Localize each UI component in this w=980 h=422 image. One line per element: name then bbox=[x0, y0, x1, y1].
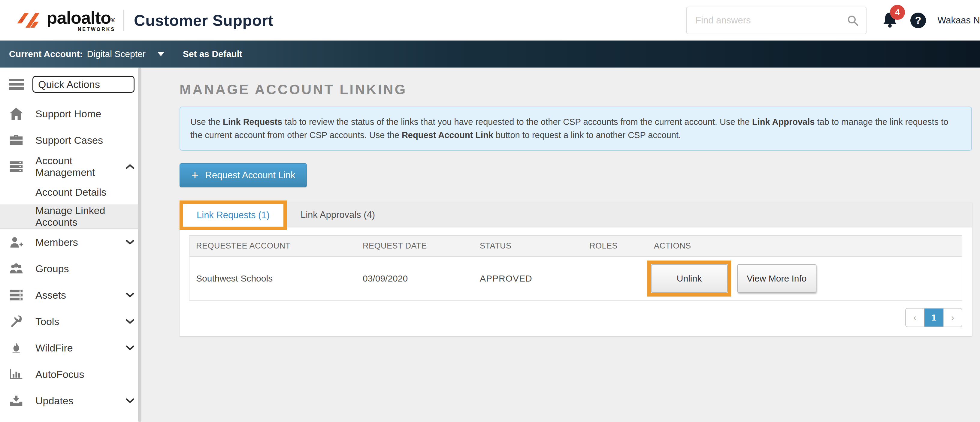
page-app-title: Customer Support bbox=[134, 11, 273, 29]
chevron-down-icon[interactable] bbox=[126, 345, 135, 351]
sidebar-item-groups[interactable]: Groups bbox=[0, 255, 142, 282]
chevron-down-icon[interactable] bbox=[126, 292, 135, 298]
tab-link-requests[interactable]: Link Requests (1) bbox=[183, 204, 283, 227]
current-account-label: Current Account: bbox=[9, 49, 83, 59]
bar-chart-icon bbox=[8, 367, 24, 381]
brand-sub: NETWORKS bbox=[78, 27, 115, 32]
main-content: MANAGE ACCOUNT LINKING Use the Link Requ… bbox=[142, 68, 980, 422]
chevron-down-icon[interactable] bbox=[126, 239, 135, 245]
wrench-icon bbox=[8, 314, 24, 328]
page-title: MANAGE ACCOUNT LINKING bbox=[180, 81, 972, 98]
table-row: Southwest Schools 03/09/2020 APPROVED Un… bbox=[189, 257, 962, 300]
sidebar-nav: Quick Actions Support Home Support Cases… bbox=[0, 68, 142, 422]
request-account-link-button[interactable]: + Request Account Link bbox=[180, 163, 307, 187]
link-requests-table: REQUESTEE ACCOUNT REQUEST DATE STATUS RO… bbox=[189, 235, 962, 301]
sidebar-item-wildfire[interactable]: WildFire bbox=[0, 335, 142, 361]
sidebar-item-tools[interactable]: Tools bbox=[0, 308, 142, 335]
sidebar-item-updates[interactable]: Updates bbox=[0, 387, 142, 414]
current-account-name[interactable]: Digital Scepter bbox=[87, 49, 146, 59]
tab-strip: Link Requests (1) Link Approvals (4) bbox=[180, 202, 972, 227]
account-dropdown-caret-icon[interactable] bbox=[158, 52, 164, 56]
chevron-down-icon[interactable] bbox=[126, 319, 135, 324]
info-banner: Use the Link Requests tab to review the … bbox=[180, 106, 972, 151]
chevron-left-icon: ‹ bbox=[913, 313, 916, 323]
cell-status: APPROVED bbox=[473, 273, 583, 284]
download-icon bbox=[8, 393, 24, 408]
current-account-bar: Current Account: Digital Scepter Set as … bbox=[0, 41, 980, 68]
sidebar-item-autofocus[interactable]: AutoFocus bbox=[0, 361, 142, 387]
flame-icon bbox=[8, 341, 24, 355]
sidebar-item-support-cases[interactable]: Support Cases bbox=[0, 127, 142, 153]
cell-actions: Unlink View More Info bbox=[648, 260, 962, 297]
top-header: paloalto® NETWORKS Customer Support 4 ? … bbox=[0, 0, 980, 41]
annotation-highlight-unlink: Unlink bbox=[648, 260, 731, 297]
pagination-next-button[interactable]: › bbox=[943, 309, 962, 327]
col-request-date: REQUEST DATE bbox=[356, 241, 473, 251]
search-input[interactable] bbox=[695, 15, 847, 26]
quick-actions-button[interactable]: Quick Actions bbox=[32, 76, 135, 93]
home-icon bbox=[8, 106, 24, 121]
cell-request-date: 03/09/2020 bbox=[356, 273, 473, 284]
sidebar-item-manage-linked-accounts[interactable]: Manage Linked Accounts bbox=[0, 205, 142, 229]
person-add-icon bbox=[8, 235, 24, 249]
server-list-icon bbox=[8, 159, 24, 174]
chevron-up-icon[interactable] bbox=[126, 163, 135, 170]
sidebar-scrollbar[interactable] bbox=[138, 68, 142, 422]
sidebar-item-support-home[interactable]: Support Home bbox=[0, 100, 142, 127]
sidebar-item-members[interactable]: Members bbox=[0, 229, 142, 255]
help-icon[interactable]: ? bbox=[910, 13, 926, 28]
col-actions: ACTIONS bbox=[648, 241, 962, 251]
col-status: STATUS bbox=[473, 241, 583, 251]
search-icon[interactable] bbox=[847, 14, 859, 26]
view-more-info-button[interactable]: View More Info bbox=[737, 264, 816, 293]
chevron-right-icon: › bbox=[951, 313, 954, 323]
header-divider bbox=[123, 10, 124, 31]
table-header-row: REQUESTEE ACCOUNT REQUEST DATE STATUS RO… bbox=[189, 236, 962, 257]
cell-requestee-account: Southwest Schools bbox=[189, 273, 356, 284]
find-answers-search[interactable] bbox=[686, 6, 867, 34]
pagination-page-1[interactable]: 1 bbox=[924, 309, 943, 327]
tab-link-approvals[interactable]: Link Approvals (4) bbox=[287, 202, 389, 227]
col-roles: ROLES bbox=[583, 241, 648, 251]
user-menu[interactable]: Wakaas N bbox=[937, 15, 980, 26]
brand-registered-mark: ® bbox=[111, 16, 115, 23]
assets-server-icon bbox=[8, 288, 24, 302]
chevron-down-icon[interactable] bbox=[126, 398, 135, 404]
notification-count-badge: 4 bbox=[890, 5, 905, 20]
sidebar-item-account-details[interactable]: Account Details bbox=[0, 180, 142, 205]
pagination-prev-button[interactable]: ‹ bbox=[906, 309, 924, 327]
set-as-default-button[interactable]: Set as Default bbox=[183, 49, 242, 59]
unlink-button[interactable]: Unlink bbox=[651, 264, 727, 293]
plus-icon: + bbox=[191, 169, 199, 182]
brand-name: paloalto bbox=[46, 8, 111, 27]
paloalto-logo[interactable]: paloalto® NETWORKS bbox=[16, 9, 115, 32]
pagination: ‹ 1 › bbox=[180, 301, 972, 336]
col-requestee-account: REQUESTEE ACCOUNT bbox=[189, 241, 356, 251]
people-icon bbox=[8, 262, 24, 276]
linking-card: Link Requests (1) Link Approvals (4) REQ… bbox=[180, 202, 972, 336]
annotation-highlight-link-requests: Link Requests (1) bbox=[180, 200, 287, 230]
sidebar-item-assets[interactable]: Assets bbox=[0, 282, 142, 308]
hamburger-menu-icon[interactable] bbox=[9, 79, 24, 90]
notifications-button[interactable]: 4 bbox=[882, 11, 898, 29]
paloalto-logo-icon bbox=[16, 9, 42, 32]
sidebar-item-account-management[interactable]: Account Management bbox=[0, 153, 142, 180]
briefcase-icon bbox=[8, 133, 24, 148]
